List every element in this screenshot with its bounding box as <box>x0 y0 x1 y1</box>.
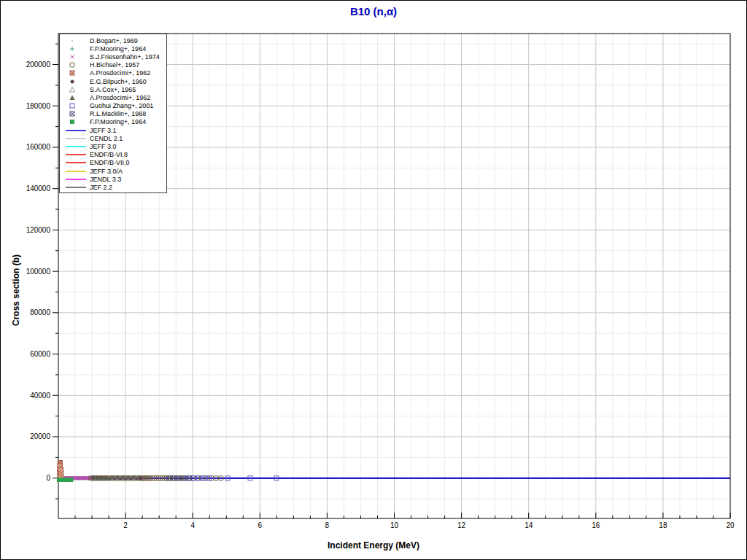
x-tick-label: 8 <box>325 521 330 529</box>
legend-marker-icon <box>63 37 88 44</box>
data-point <box>70 63 74 67</box>
legend-entry-label: ENDF/B-VI.8 <box>90 151 128 158</box>
legend-entry: F.P.Mooring+, 1964 <box>63 118 166 126</box>
x-tick-label: 6 <box>258 521 263 529</box>
y-tick-label: 200000 <box>26 61 51 69</box>
x-tick-label: 18 <box>659 521 667 529</box>
legend-marker-icon <box>63 78 88 85</box>
legend-marker-icon <box>63 53 88 61</box>
x-tick-label: 2 <box>123 521 128 529</box>
legend-entry: ENDF/B-VI.8 <box>63 151 166 159</box>
legend-marker-icon <box>63 110 88 117</box>
legend-entry-swatch <box>63 176 90 183</box>
legend-entry-label: R.L.Macklin+, 1968 <box>90 110 146 117</box>
legend-marker-icon <box>63 61 88 69</box>
legend-entry-swatch <box>63 159 90 166</box>
legend-entry-swatch <box>63 61 90 69</box>
legend-entry: S.J.Friesenhahn+, 1974 <box>63 52 166 61</box>
legend-entry-swatch <box>63 45 90 52</box>
data-point <box>71 40 73 42</box>
legend-entry-label: JEFF 3.0/A <box>90 168 123 175</box>
data-point <box>70 47 74 51</box>
legend-entry-label: E.G.Bilpuch+, 1960 <box>90 78 147 85</box>
legend-entry: E.G.Bilpuch+, 1960 <box>63 77 166 85</box>
x-tick-label: 4 <box>190 521 195 529</box>
legend-entry-swatch <box>63 143 90 150</box>
legend-line-swatch <box>63 168 88 175</box>
y-tick-label: 140000 <box>26 184 51 192</box>
legend-entry: JEF 2.2 <box>63 183 166 191</box>
y-tick-label: 40000 <box>30 392 50 400</box>
y-tick-label: 20000 <box>30 432 50 440</box>
legend-marker-icon <box>63 118 88 125</box>
legend-entry-swatch <box>63 135 90 142</box>
legend-entry-swatch <box>63 69 90 77</box>
legend-entry-label: S.A.Cox+, 1965 <box>90 86 136 93</box>
legend-entry: ENDF/B-VII.0 <box>63 159 166 167</box>
data-point <box>71 55 74 58</box>
y-tick-label: 120000 <box>26 226 51 234</box>
legend-entry-swatch <box>63 37 90 44</box>
legend-entry-label: S.J.Friesenhahn+, 1974 <box>90 53 160 61</box>
legend-entry-label: D.Bogart+, 1969 <box>90 37 138 44</box>
data-point <box>139 476 142 480</box>
legend-entry-label: JEF 2.2 <box>90 184 112 191</box>
data-point <box>70 104 74 108</box>
legend-entry-label: F.P.Mooring+, 1964 <box>90 118 146 125</box>
legend-entry: F.P.Mooring+, 1964 <box>63 44 166 52</box>
y-tick-label: 60000 <box>30 350 50 358</box>
legend-entry: JEFF 3.0 <box>63 142 166 150</box>
y-tick-label: 160000 <box>26 143 51 151</box>
data-point <box>69 478 73 482</box>
legend-box: D.Bogart+, 1969F.P.Mooring+, 1964S.J.Fri… <box>59 34 167 193</box>
legend-marker-icon <box>63 86 88 93</box>
x-tick-label: 10 <box>390 521 399 529</box>
legend-entry: Guohui Zhang+, 2001 <box>63 102 166 110</box>
y-tick-label: 100000 <box>26 268 51 276</box>
y-tick-label: 80000 <box>30 308 50 316</box>
data-point <box>70 87 75 92</box>
legend-entry: A.Prosdocimi+, 1962 <box>63 93 166 101</box>
legend-entry: S.A.Cox+, 1965 <box>63 85 166 93</box>
legend-entry-label: H.Bichsel+, 1957 <box>90 61 139 69</box>
legend-marker-icon <box>63 94 88 101</box>
legend-entry-label: JEFF 3.1 <box>90 127 117 134</box>
data-point <box>70 95 75 100</box>
legend-marker-icon <box>63 69 88 77</box>
x-axis-title: Incident Energy (MeV) <box>1 540 746 551</box>
legend-entry-label: CENDL 2.1 <box>90 135 123 142</box>
legend-entry-swatch <box>63 151 90 158</box>
legend-entry: JENDL 3.3 <box>63 175 166 183</box>
legend-entry-label: Guohui Zhang+, 2001 <box>90 102 153 109</box>
data-point <box>70 112 74 116</box>
legend-entry-label: ENDF/B-VII.0 <box>90 159 130 166</box>
legend-entry-label: JEFF 3.0 <box>90 143 117 150</box>
legend-marker-icon <box>63 45 88 52</box>
data-point <box>70 120 74 124</box>
legend-entry-label: A.Prosdocimi+, 1962 <box>90 94 150 101</box>
legend-entry-swatch <box>63 78 90 85</box>
legend-line-swatch <box>63 143 88 150</box>
legend-entry: R.L.Macklin+, 1968 <box>63 110 166 118</box>
legend-entry-swatch <box>63 168 90 175</box>
legend-entry: D.Bogart+, 1969 <box>63 36 166 44</box>
y-tick-label: 180000 <box>26 102 51 110</box>
legend-entry-swatch <box>63 86 90 93</box>
legend-entry: JEFF 3.1 <box>63 126 166 134</box>
series-mooring-square <box>57 478 74 482</box>
legend-entry: A.Prosdocimi+, 1962 <box>63 69 166 77</box>
legend-entry-swatch <box>63 118 90 125</box>
legend-entry-label: JENDL 3.3 <box>90 176 121 183</box>
x-tick-label: 16 <box>592 521 600 529</box>
x-tick-label: 14 <box>525 521 533 529</box>
legend-line-swatch <box>63 159 88 166</box>
legend-entry-swatch <box>63 110 90 117</box>
legend-entry-swatch <box>63 184 90 191</box>
legend-entry: H.Bichsel+, 1957 <box>63 61 166 69</box>
legend-entry: JEFF 3.0/A <box>63 167 166 175</box>
data-point <box>71 79 74 83</box>
legend-entry-swatch <box>63 127 90 134</box>
x-tick-label: 20 <box>726 521 735 529</box>
legend-entry-swatch <box>63 102 90 109</box>
legend-line-swatch <box>63 184 88 191</box>
